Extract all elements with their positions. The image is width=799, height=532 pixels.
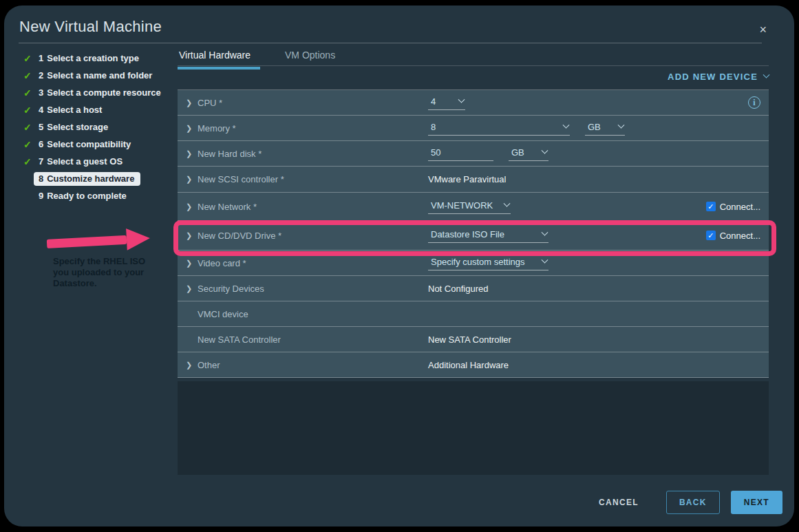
chevron-down-icon	[542, 147, 548, 154]
memory-size-select[interactable]: 8	[428, 120, 570, 136]
chevron-down-icon	[542, 229, 548, 236]
other-value: Additional Hardware	[428, 360, 509, 370]
sata-controller-value: New SATA Controller	[428, 334, 511, 345]
new-vm-wizard-dialog: New Virtual Machine × Virtual Hardware V…	[4, 6, 794, 526]
row-network[interactable]: ❯ New Network * VM-NETWORK ✓ Connect...	[178, 193, 769, 221]
cpu-count-select[interactable]: 4	[428, 95, 465, 110]
hardware-table: ❯ CPU * 4 i ❯ Memory * 8	[178, 89, 769, 378]
title-divider	[19, 43, 762, 43]
row-vmci-device: VMCI device	[178, 301, 769, 327]
step-select-storage[interactable]: ✓ 5 Select storage	[23, 118, 173, 136]
expand-chevron-icon[interactable]: ❯	[186, 175, 198, 184]
row-sata-controller: New SATA Controller New SATA Controller	[178, 327, 769, 352]
chevron-down-icon	[458, 96, 465, 103]
row-memory[interactable]: ❯ Memory * 8 GB	[178, 116, 769, 141]
annotation-text: Specify the RHEL ISO you uploaded to you…	[53, 256, 158, 289]
row-cpu[interactable]: ❯ CPU * 4 i	[178, 90, 769, 116]
expand-chevron-icon[interactable]: ❯	[186, 259, 198, 268]
annotation-arrow	[46, 227, 150, 255]
next-button[interactable]: NEXT	[731, 491, 782, 514]
step-label: Select compatibility	[47, 139, 131, 149]
network-select[interactable]: VM-NETWORK	[428, 199, 511, 214]
chevron-down-icon	[504, 200, 511, 207]
step-label: Select a creation type	[47, 53, 139, 63]
dialog-title: New Virtual Machine	[19, 18, 162, 36]
step-ready-to-complete[interactable]: 9 Ready to complete	[23, 187, 173, 204]
scsi-controller-value: VMware Paravirtual	[428, 174, 506, 184]
chevron-down-icon	[618, 122, 625, 129]
disk-size-input[interactable]: 50	[428, 146, 493, 161]
info-icon[interactable]: i	[748, 96, 760, 109]
chevron-down-icon	[542, 257, 548, 264]
step-label: Select a compute resource	[47, 87, 160, 98]
video-card-select[interactable]: Specify custom settings	[428, 255, 548, 270]
row-hard-disk[interactable]: ❯ New Hard disk * 50 GB	[178, 141, 769, 167]
step-label: Select a name and folder	[47, 70, 152, 81]
cd-dvd-source-select[interactable]: Datastore ISO File	[428, 228, 548, 243]
step-select-host[interactable]: ✓ 4 Select a host	[23, 101, 173, 118]
step-select-guest-os[interactable]: ✓ 7 Select a guest OS	[23, 153, 173, 170]
step-label: Select storage	[47, 122, 108, 132]
expand-chevron-icon[interactable]: ❯	[186, 284, 198, 293]
network-connect-checkbox[interactable]: ✓ Connect...	[706, 202, 760, 212]
chevron-down-icon	[763, 72, 770, 78]
checkbox-checked-icon: ✓	[706, 231, 716, 240]
row-other[interactable]: ❯ Other Additional Hardware	[178, 352, 769, 378]
row-security-devices[interactable]: ❯ Security Devices Not Configured	[178, 276, 769, 301]
expand-chevron-icon[interactable]: ❯	[186, 231, 198, 240]
check-icon: ✓	[23, 139, 39, 150]
expand-chevron-icon[interactable]: ❯	[186, 149, 198, 158]
disk-unit-select[interactable]: GB	[509, 146, 548, 161]
check-icon: ✓	[23, 70, 39, 81]
expand-chevron-icon[interactable]: ❯	[186, 361, 198, 370]
close-icon[interactable]: ×	[759, 23, 767, 36]
cancel-button[interactable]: CANCEL	[599, 498, 639, 507]
check-icon: ✓	[23, 122, 39, 133]
row-scsi-controller[interactable]: ❯ New SCSI controller * VMware Paravirtu…	[178, 167, 769, 193]
step-label: Ready to complete	[47, 191, 127, 201]
step-select-creation-type[interactable]: ✓ 1 Select a creation type	[23, 50, 173, 67]
check-icon: ✓	[23, 105, 39, 116]
footer-actions: CANCEL BACK NEXT	[4, 491, 782, 514]
check-icon: ✓	[23, 87, 39, 98]
security-devices-value: Not Configured	[428, 284, 488, 294]
add-new-device-button[interactable]: ADD NEW DEVICE	[668, 72, 769, 82]
check-icon: ✓	[23, 53, 39, 64]
row-video-card[interactable]: ❯ Video card * Specify custom settings	[178, 251, 769, 276]
row-cd-dvd-drive[interactable]: ❯ New CD/DVD Drive * Datastore ISO File …	[178, 221, 769, 251]
checkbox-checked-icon: ✓	[706, 202, 716, 211]
cd-dvd-connect-checkbox[interactable]: ✓ Connect...	[706, 231, 760, 241]
step-select-compatibility[interactable]: ✓ 6 Select compatibility	[23, 136, 173, 153]
step-label: Select a guest OS	[47, 156, 122, 167]
expand-chevron-icon[interactable]: ❯	[186, 202, 198, 211]
wizard-steps: ✓ 1 Select a creation type ✓ 2 Select a …	[23, 50, 173, 204]
step-select-name-folder[interactable]: ✓ 2 Select a name and folder	[23, 67, 173, 84]
step-label: Select a host	[47, 105, 102, 115]
memory-unit-select[interactable]: GB	[585, 120, 625, 136]
expand-chevron-icon[interactable]: ❯	[186, 98, 198, 107]
step-customize-hardware[interactable]: 8 Customize hardware	[23, 170, 173, 187]
device-list-empty-area	[178, 381, 769, 475]
chevron-down-icon	[563, 122, 570, 129]
back-button[interactable]: BACK	[666, 491, 720, 514]
expand-chevron-icon[interactable]: ❯	[186, 124, 198, 133]
check-icon: ✓	[23, 156, 39, 167]
step-select-compute-resource[interactable]: ✓ 3 Select a compute resource	[23, 84, 173, 101]
tabs-divider	[178, 65, 769, 66]
step-label: Customize hardware	[47, 173, 134, 184]
